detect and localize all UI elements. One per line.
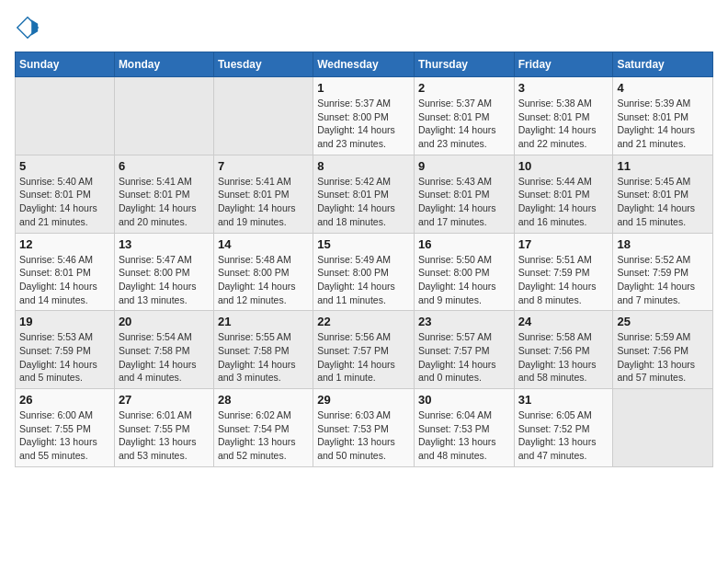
day-info: Sunrise: 5:38 AMSunset: 8:01 PMDaylight:…: [518, 97, 609, 151]
day-number: 22: [317, 315, 410, 328]
calendar-cell: [213, 77, 313, 155]
day-info: Sunrise: 6:03 AMSunset: 7:53 PMDaylight:…: [317, 408, 410, 463]
week-row-1: 1Sunrise: 5:37 AMSunset: 8:00 PMDaylight…: [16, 77, 713, 155]
weekday-header-friday: Friday: [514, 52, 613, 77]
day-number: 18: [617, 237, 709, 251]
day-info: Sunrise: 6:01 AMSunset: 7:55 PMDaylight:…: [119, 408, 210, 463]
calendar-cell: 28Sunrise: 6:02 AMSunset: 7:54 PMDayligh…: [213, 389, 313, 467]
calendar-cell: 8Sunrise: 5:42 AMSunset: 8:01 PMDaylight…: [313, 155, 415, 233]
calendar-cell: 13Sunrise: 5:47 AMSunset: 8:00 PMDayligh…: [114, 233, 213, 311]
day-number: 7: [218, 159, 309, 173]
day-number: 12: [19, 237, 110, 251]
day-info: Sunrise: 5:44 AMSunset: 8:01 PMDaylight:…: [518, 175, 609, 229]
calendar-cell: [114, 77, 213, 155]
day-number: 14: [218, 237, 309, 251]
day-number: 15: [317, 237, 410, 251]
logo: [15, 15, 44, 40]
weekday-header-sunday: Sunday: [16, 52, 115, 77]
day-info: Sunrise: 5:42 AMSunset: 8:01 PMDaylight:…: [317, 175, 410, 229]
day-number: 24: [518, 315, 609, 328]
week-row-5: 26Sunrise: 6:00 AMSunset: 7:55 PMDayligh…: [16, 389, 713, 467]
weekday-header-row: SundayMondayTuesdayWednesdayThursdayFrid…: [16, 52, 713, 77]
calendar-cell: 30Sunrise: 6:04 AMSunset: 7:53 PMDayligh…: [414, 389, 514, 467]
day-number: 16: [418, 237, 510, 251]
day-info: Sunrise: 6:04 AMSunset: 7:53 PMDaylight:…: [418, 408, 510, 463]
calendar-cell: 22Sunrise: 5:56 AMSunset: 7:57 PMDayligh…: [313, 311, 415, 389]
calendar-cell: 6Sunrise: 5:41 AMSunset: 8:01 PMDaylight…: [114, 155, 213, 233]
day-number: 26: [19, 393, 110, 407]
page-header: [15, 15, 713, 40]
day-number: 17: [518, 237, 609, 251]
calendar-cell: 16Sunrise: 5:50 AMSunset: 8:00 PMDayligh…: [414, 233, 514, 311]
day-number: 13: [119, 237, 210, 251]
day-number: 2: [418, 81, 510, 95]
calendar-cell: [613, 389, 713, 467]
calendar-cell: 26Sunrise: 6:00 AMSunset: 7:55 PMDayligh…: [16, 389, 115, 467]
day-number: 23: [418, 315, 510, 328]
calendar-cell: 5Sunrise: 5:40 AMSunset: 8:01 PMDaylight…: [16, 155, 115, 233]
week-row-3: 12Sunrise: 5:46 AMSunset: 8:01 PMDayligh…: [16, 233, 713, 311]
calendar-cell: 29Sunrise: 6:03 AMSunset: 7:53 PMDayligh…: [313, 389, 415, 467]
weekday-header-tuesday: Tuesday: [213, 52, 313, 77]
calendar-cell: 9Sunrise: 5:43 AMSunset: 8:01 PMDaylight…: [414, 155, 514, 233]
calendar-cell: 23Sunrise: 5:57 AMSunset: 7:57 PMDayligh…: [414, 311, 514, 389]
day-number: 30: [418, 393, 510, 407]
day-number: 20: [119, 315, 210, 328]
logo-icon: [15, 15, 40, 40]
day-info: Sunrise: 5:48 AMSunset: 8:00 PMDaylight:…: [218, 253, 309, 307]
day-info: Sunrise: 5:55 AMSunset: 7:58 PMDaylight:…: [218, 330, 309, 385]
calendar-cell: 1Sunrise: 5:37 AMSunset: 8:00 PMDaylight…: [313, 77, 415, 155]
day-info: Sunrise: 5:52 AMSunset: 7:59 PMDaylight:…: [617, 253, 709, 307]
day-info: Sunrise: 5:56 AMSunset: 7:57 PMDaylight:…: [317, 330, 410, 385]
day-number: 27: [119, 393, 210, 407]
calendar-cell: 4Sunrise: 5:39 AMSunset: 8:01 PMDaylight…: [613, 77, 713, 155]
day-info: Sunrise: 6:05 AMSunset: 7:52 PMDaylight:…: [518, 408, 609, 463]
calendar-cell: 25Sunrise: 5:59 AMSunset: 7:56 PMDayligh…: [613, 311, 713, 389]
calendar-cell: 10Sunrise: 5:44 AMSunset: 8:01 PMDayligh…: [514, 155, 613, 233]
calendar-cell: 19Sunrise: 5:53 AMSunset: 7:59 PMDayligh…: [16, 311, 115, 389]
week-row-4: 19Sunrise: 5:53 AMSunset: 7:59 PMDayligh…: [16, 311, 713, 389]
calendar-cell: 11Sunrise: 5:45 AMSunset: 8:01 PMDayligh…: [613, 155, 713, 233]
calendar-cell: 18Sunrise: 5:52 AMSunset: 7:59 PMDayligh…: [613, 233, 713, 311]
week-row-2: 5Sunrise: 5:40 AMSunset: 8:01 PMDaylight…: [16, 155, 713, 233]
day-info: Sunrise: 5:46 AMSunset: 8:01 PMDaylight:…: [19, 253, 110, 307]
day-info: Sunrise: 5:37 AMSunset: 8:01 PMDaylight:…: [418, 97, 510, 151]
day-info: Sunrise: 5:39 AMSunset: 8:01 PMDaylight:…: [617, 97, 709, 151]
day-number: 28: [218, 393, 309, 407]
calendar-cell: 27Sunrise: 6:01 AMSunset: 7:55 PMDayligh…: [114, 389, 213, 467]
weekday-header-thursday: Thursday: [414, 52, 514, 77]
day-info: Sunrise: 6:02 AMSunset: 7:54 PMDaylight:…: [218, 408, 309, 463]
day-info: Sunrise: 5:53 AMSunset: 7:59 PMDaylight:…: [19, 330, 110, 385]
calendar-cell: 20Sunrise: 5:54 AMSunset: 7:58 PMDayligh…: [114, 311, 213, 389]
day-info: Sunrise: 6:00 AMSunset: 7:55 PMDaylight:…: [19, 408, 110, 463]
day-info: Sunrise: 5:59 AMSunset: 7:56 PMDaylight:…: [617, 330, 709, 385]
calendar-cell: 15Sunrise: 5:49 AMSunset: 8:00 PMDayligh…: [313, 233, 415, 311]
day-info: Sunrise: 5:50 AMSunset: 8:00 PMDaylight:…: [418, 253, 510, 307]
day-number: 5: [19, 159, 110, 173]
weekday-header-wednesday: Wednesday: [313, 52, 415, 77]
day-info: Sunrise: 5:49 AMSunset: 8:00 PMDaylight:…: [317, 253, 410, 307]
day-number: 19: [19, 315, 110, 328]
day-info: Sunrise: 5:40 AMSunset: 8:01 PMDaylight:…: [19, 175, 110, 229]
calendar-cell: 3Sunrise: 5:38 AMSunset: 8:01 PMDaylight…: [514, 77, 613, 155]
day-number: 3: [518, 81, 609, 95]
day-number: 11: [617, 159, 709, 173]
calendar-cell: 12Sunrise: 5:46 AMSunset: 8:01 PMDayligh…: [16, 233, 115, 311]
day-info: Sunrise: 5:37 AMSunset: 8:00 PMDaylight:…: [317, 97, 410, 151]
day-info: Sunrise: 5:57 AMSunset: 7:57 PMDaylight:…: [418, 330, 510, 385]
day-number: 21: [218, 315, 309, 328]
day-info: Sunrise: 5:41 AMSunset: 8:01 PMDaylight:…: [119, 175, 210, 229]
day-number: 6: [119, 159, 210, 173]
day-number: 25: [617, 315, 709, 328]
day-info: Sunrise: 5:47 AMSunset: 8:00 PMDaylight:…: [119, 253, 210, 307]
weekday-header-saturday: Saturday: [613, 52, 713, 77]
day-number: 4: [617, 81, 709, 95]
calendar-cell: 17Sunrise: 5:51 AMSunset: 7:59 PMDayligh…: [514, 233, 613, 311]
day-info: Sunrise: 5:51 AMSunset: 7:59 PMDaylight:…: [518, 253, 609, 307]
calendar-cell: 24Sunrise: 5:58 AMSunset: 7:56 PMDayligh…: [514, 311, 613, 389]
calendar-table: SundayMondayTuesdayWednesdayThursdayFrid…: [15, 52, 713, 467]
calendar-cell: 2Sunrise: 5:37 AMSunset: 8:01 PMDaylight…: [414, 77, 514, 155]
calendar-cell: 31Sunrise: 6:05 AMSunset: 7:52 PMDayligh…: [514, 389, 613, 467]
day-info: Sunrise: 5:43 AMSunset: 8:01 PMDaylight:…: [418, 175, 510, 229]
day-number: 9: [418, 159, 510, 173]
